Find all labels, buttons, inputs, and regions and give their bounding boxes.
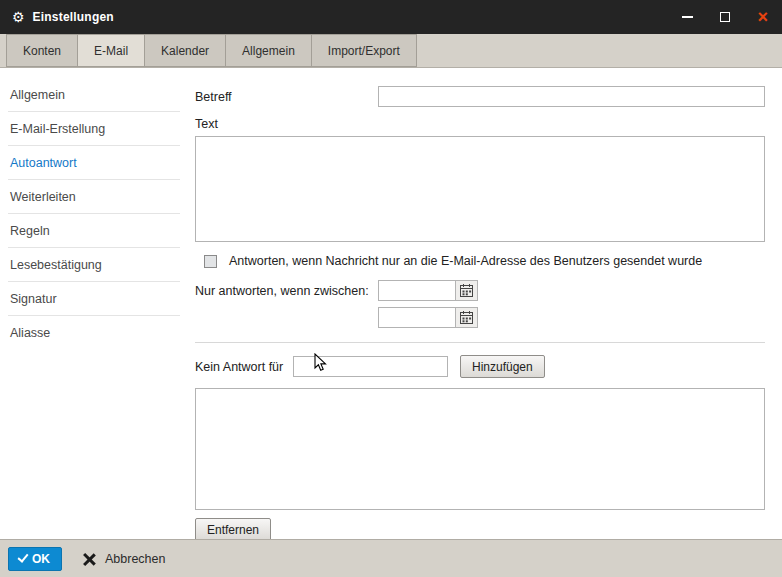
- footer-bar: OK Abbrechen: [0, 539, 782, 577]
- date-to-input[interactable]: [379, 308, 455, 327]
- date-from-calendar-button[interactable]: [455, 281, 477, 300]
- no-reply-label: Kein Antwort für: [195, 360, 293, 374]
- sidebar-item-aliasse[interactable]: Aliasse: [8, 316, 180, 350]
- cancel-button[interactable]: Abbrechen: [82, 552, 165, 566]
- calendar-icon: [460, 284, 473, 297]
- date-range-row: Nur antworten, wenn zwischen:: [195, 280, 765, 328]
- tab-bar: Konten E-Mail Kalender Allgemein Import/…: [0, 34, 782, 68]
- date-to-calendar-button[interactable]: [455, 308, 477, 327]
- only-direct-row: Antworten, wenn Nachricht nur an die E-M…: [204, 254, 765, 268]
- sidebar-item-autoantwort[interactable]: Autoantwort: [8, 146, 180, 180]
- no-reply-list[interactable]: [195, 388, 765, 510]
- add-button[interactable]: Hinzufügen: [460, 355, 545, 378]
- sidebar-item-regeln[interactable]: Regeln: [8, 214, 180, 248]
- settings-window: ⚙ Einstellungen × Konten E-Mail Kalender…: [0, 0, 782, 577]
- window-title: Einstellungen: [33, 10, 114, 24]
- only-direct-checkbox[interactable]: [204, 255, 217, 268]
- gear-icon: ⚙: [12, 10, 25, 24]
- section-divider: [195, 342, 765, 343]
- sidebar-item-email-erstellung[interactable]: E-Mail-Erstellung: [8, 112, 180, 146]
- titlebar: ⚙ Einstellungen ×: [0, 0, 782, 34]
- tab-email[interactable]: E-Mail: [77, 34, 145, 67]
- date-from-field: [378, 280, 478, 301]
- no-reply-input[interactable]: [293, 356, 448, 377]
- reply-text-textarea[interactable]: [195, 136, 765, 242]
- only-direct-label: Antworten, wenn Nachricht nur an die E-M…: [229, 254, 702, 268]
- ok-button[interactable]: OK: [8, 547, 62, 571]
- subject-input[interactable]: [378, 86, 765, 107]
- sidebar-item-allgemein[interactable]: Allgemein: [8, 78, 180, 112]
- date-to-field: [378, 307, 478, 328]
- sidebar: Allgemein E-Mail-Erstellung Autoantwort …: [0, 68, 186, 539]
- check-icon: [17, 551, 28, 563]
- window-controls: ×: [682, 8, 768, 26]
- subject-label: Betreff: [195, 86, 378, 107]
- subject-row: Betreff: [195, 86, 765, 107]
- tab-import-export[interactable]: Import/Export: [311, 34, 417, 67]
- settings-body: Allgemein E-Mail-Erstellung Autoantwort …: [0, 68, 782, 539]
- cancel-button-label: Abbrechen: [105, 552, 165, 566]
- sidebar-item-weiterleiten[interactable]: Weiterleiten: [8, 180, 180, 214]
- sidebar-item-signatur[interactable]: Signatur: [8, 282, 180, 316]
- date-range-inputs: [378, 280, 478, 328]
- calendar-icon: [460, 311, 473, 324]
- date-from-input[interactable]: [379, 281, 455, 300]
- text-label: Text: [195, 117, 765, 131]
- no-reply-row: Kein Antwort für Hinzufügen: [195, 355, 765, 378]
- sidebar-item-lesebestaetigung[interactable]: Lesebestätigung: [8, 248, 180, 282]
- date-range-label: Nur antworten, wenn zwischen:: [195, 280, 378, 328]
- tab-konten[interactable]: Konten: [6, 34, 78, 67]
- minimize-icon[interactable]: [682, 16, 693, 18]
- tab-kalender[interactable]: Kalender: [144, 34, 226, 67]
- tab-allgemein[interactable]: Allgemein: [225, 34, 312, 67]
- ok-button-label: OK: [32, 552, 50, 566]
- maximize-icon[interactable]: [720, 12, 730, 22]
- x-icon: [82, 552, 96, 566]
- autoreply-panel: Betreff Text Antworten, wenn Nachricht n…: [186, 68, 782, 539]
- close-icon[interactable]: ×: [757, 8, 768, 26]
- remove-button[interactable]: Entfernen: [195, 518, 271, 539]
